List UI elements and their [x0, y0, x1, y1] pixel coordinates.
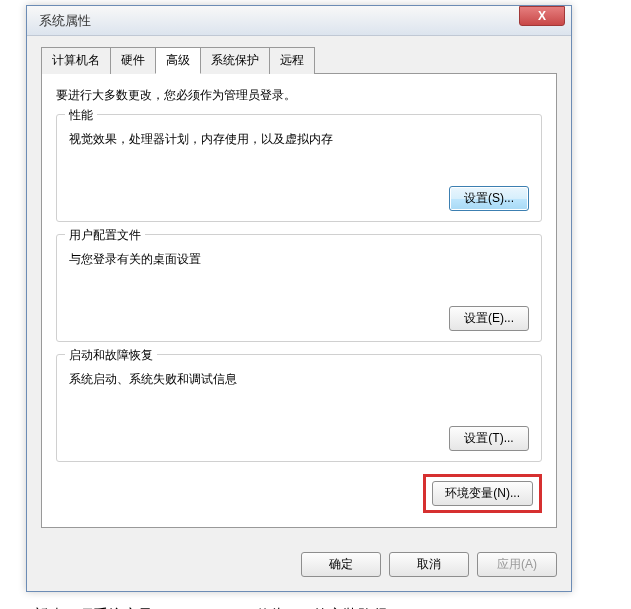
close-icon: X — [538, 9, 546, 23]
intro-text: 要进行大多数更改，您必须作为管理员登录。 — [56, 87, 542, 104]
user-profile-group: 用户配置文件 与您登录有关的桌面设置 设置(E)... — [56, 234, 542, 342]
user-profile-desc: 与您登录有关的桌面设置 — [69, 251, 529, 268]
dialog-buttons: 确定 取消 应用(A) — [27, 542, 571, 591]
tab-strip: 计算机名 硬件 高级 系统保护 远程 — [41, 46, 557, 74]
tab-hardware[interactable]: 硬件 — [110, 47, 156, 74]
window-title: 系统属性 — [39, 12, 91, 30]
env-row: 环境变量(N)... — [56, 474, 542, 513]
tab-computer-name[interactable]: 计算机名 — [41, 47, 111, 74]
performance-settings-button[interactable]: 设置(S)... — [449, 186, 529, 211]
environment-variables-button[interactable]: 环境变量(N)... — [432, 481, 533, 506]
close-button[interactable]: X — [519, 6, 565, 26]
tab-system-protection[interactable]: 系统保护 — [200, 47, 270, 74]
tab-advanced[interactable]: 高级 — [155, 47, 201, 74]
performance-group: 性能 视觉效果，处理器计划，内存使用，以及虚拟内存 设置(S)... — [56, 114, 542, 222]
startup-recovery-desc: 系统启动、系统失败和调试信息 — [69, 371, 529, 388]
startup-recovery-settings-button[interactable]: 设置(T)... — [449, 426, 529, 451]
performance-title: 性能 — [65, 107, 97, 124]
performance-desc: 视觉效果，处理器计划，内存使用，以及虚拟内存 — [69, 131, 529, 148]
system-properties-window: 系统属性 X 计算机名 硬件 高级 系统保护 远程 要进行大多数更改，您必须作为… — [26, 5, 572, 592]
cancel-button[interactable]: 取消 — [389, 552, 469, 577]
startup-recovery-title: 启动和故障恢复 — [65, 347, 157, 364]
env-highlight-box: 环境变量(N)... — [423, 474, 542, 513]
advanced-panel: 要进行大多数更改，您必须作为管理员登录。 性能 视觉效果，处理器计划，内存使用，… — [41, 73, 557, 528]
tab-remote[interactable]: 远程 — [269, 47, 315, 74]
ok-button[interactable]: 确定 — [301, 552, 381, 577]
content-area: 计算机名 硬件 高级 系统保护 远程 要进行大多数更改，您必须作为管理员登录。 … — [27, 36, 571, 542]
user-profile-title: 用户配置文件 — [65, 227, 145, 244]
user-profile-settings-button[interactable]: 设置(E)... — [449, 306, 529, 331]
apply-button[interactable]: 应用(A) — [477, 552, 557, 577]
titlebar: 系统属性 X — [27, 6, 571, 36]
startup-recovery-group: 启动和故障恢复 系统启动、系统失败和调试信息 设置(T)... — [56, 354, 542, 462]
